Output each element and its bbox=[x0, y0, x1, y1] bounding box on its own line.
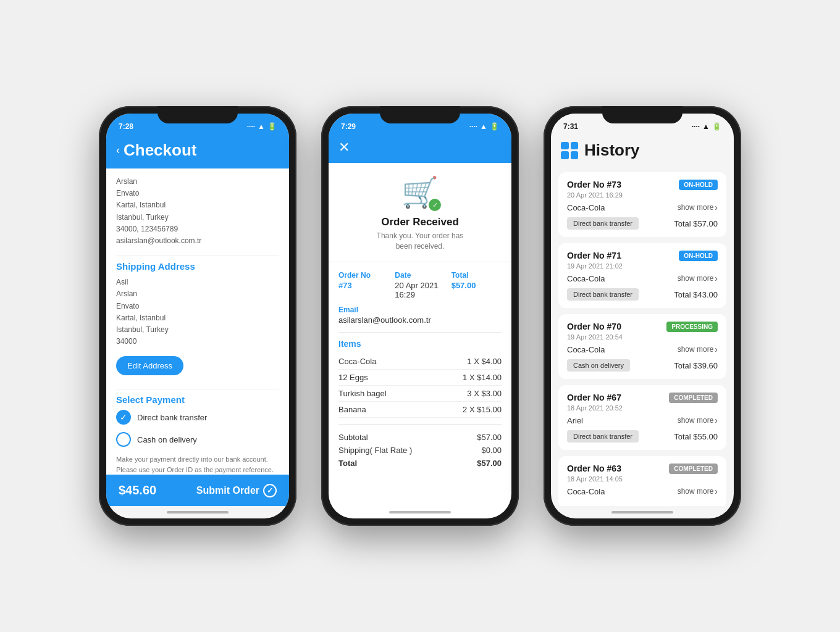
item-price-3: 3 X $3.00 bbox=[467, 389, 502, 398]
submit-order-button[interactable]: Submit Order ✓ bbox=[196, 484, 277, 497]
order-no-71: Order No #71 bbox=[567, 251, 621, 260]
order-payment-67: Direct bank transfer Total $55.00 bbox=[567, 430, 718, 443]
show-more-63[interactable]: show more bbox=[678, 486, 718, 496]
order-received-content: 🛒 ✓ Order Received Thank you. Your order… bbox=[329, 163, 511, 506]
order-item-row-70: Coca-Cola show more bbox=[567, 344, 718, 354]
show-more-67[interactable]: show more bbox=[678, 415, 718, 425]
total-col: Total $57.00 bbox=[452, 271, 502, 299]
payment-tag-70: Cash on delivery bbox=[567, 359, 630, 372]
checkout-content: Arslan Envato Kartal, Istanbul Istanbul,… bbox=[106, 168, 289, 475]
close-button[interactable]: ✕ bbox=[338, 141, 350, 154]
order-received-top: 🛒 ✓ Order Received Thank you. Your order… bbox=[329, 163, 511, 262]
shipping-row: Shipping( Flat Rate ) $0.00 bbox=[338, 444, 502, 457]
item-row-4: Banana 2 X $15.00 bbox=[338, 402, 502, 418]
order-card-73[interactable]: Order No #73 ON-HOLD 20 Apr 2021 16:29 C… bbox=[558, 172, 726, 237]
back-arrow-icon[interactable]: ‹ bbox=[116, 144, 120, 157]
status-badge-63: COMPLETED bbox=[669, 464, 718, 474]
history-title: History bbox=[584, 141, 640, 160]
order-date-63: 18 Apr 2021 14:05 bbox=[567, 475, 718, 483]
order-date-71: 19 Apr 2021 21:02 bbox=[567, 262, 718, 270]
item-name-4: Banana bbox=[338, 405, 366, 414]
order-card-67[interactable]: Order No #67 COMPLETED 18 Apr 2021 20:52… bbox=[558, 385, 726, 450]
order-payment-70: Cash on delivery Total $39.60 bbox=[567, 359, 718, 372]
item-price-4: 2 X $15.00 bbox=[463, 405, 502, 414]
billing-info: Arslan Envato Kartal, Istanbul Istanbul,… bbox=[116, 176, 279, 247]
status-time-1: 7:28 bbox=[119, 122, 133, 131]
order-no-67: Order No #67 bbox=[567, 393, 621, 402]
subtotal-label: Subtotal bbox=[338, 433, 368, 442]
phone-history: 7:31 ···· ▲ 🔋 History Order No #73 ON-H bbox=[544, 106, 741, 526]
date-value: 20 Apr 2021 16:29 bbox=[395, 281, 445, 299]
order-date-67: 18 Apr 2021 20:52 bbox=[567, 404, 718, 412]
check-badge: ✓ bbox=[429, 199, 441, 211]
order-card-63[interactable]: Order No #63 COMPLETED 18 Apr 2021 14:05… bbox=[558, 456, 726, 506]
grid-icon[interactable] bbox=[561, 142, 578, 159]
order-received-subtitle: Thank you. Your order hasbeen received. bbox=[338, 231, 502, 252]
status-badge-71: ON-HOLD bbox=[679, 251, 718, 261]
order-card-header-73: Order No #73 ON-HOLD bbox=[567, 180, 718, 190]
home-indicator-1 bbox=[106, 506, 289, 518]
checkout-header: ‹ Checkout bbox=[106, 136, 289, 168]
home-indicator-3 bbox=[551, 506, 734, 518]
order-item-row-71: Coca-Cola show more bbox=[567, 273, 718, 283]
total-label: Total bbox=[452, 271, 502, 280]
select-payment-title: Select Payment bbox=[116, 394, 279, 405]
order-no-label: Order No bbox=[338, 271, 388, 280]
phone-order-received: 7:29 ···· ▲ 🔋 ✕ 🛒 ✓ Order Received Thank… bbox=[321, 106, 519, 526]
show-more-70[interactable]: show more bbox=[678, 344, 718, 354]
edit-address-button[interactable]: Edit Address bbox=[116, 356, 183, 375]
total-value: $57.00 bbox=[452, 281, 502, 290]
subtotal-value: $57.00 bbox=[477, 433, 502, 442]
payment-tag-71: Direct bank transfer bbox=[567, 288, 639, 301]
status-icons-3: ···· ▲ 🔋 bbox=[692, 122, 721, 131]
notch bbox=[158, 106, 238, 123]
order-item-row-63: Coca-Cola show more bbox=[567, 486, 718, 496]
totals-section: Subtotal $57.00 Shipping( Flat Rate ) $0… bbox=[338, 431, 502, 470]
show-more-73[interactable]: show more bbox=[678, 202, 718, 212]
order-item-67: Ariel bbox=[567, 416, 583, 425]
order-no-73: Order No #73 bbox=[567, 180, 621, 189]
order-no-value: #73 bbox=[338, 281, 388, 290]
notch-3 bbox=[602, 106, 682, 123]
payment-option-cash[interactable]: Cash on delivery bbox=[116, 432, 279, 447]
order-item-63: Coca-Cola bbox=[567, 487, 605, 496]
grocery-container: 🛒 ✓ bbox=[401, 175, 439, 210]
history-content: Order No #73 ON-HOLD 20 Apr 2021 16:29 C… bbox=[551, 167, 734, 506]
payment-cash-label: Cash on delivery bbox=[137, 435, 197, 444]
order-item-row-73: Coca-Cola show more bbox=[567, 202, 718, 212]
show-more-71[interactable]: show more bbox=[678, 273, 718, 283]
status-icons-1: ···· ▲ 🔋 bbox=[247, 122, 277, 131]
order-total-71: Total $43.00 bbox=[674, 290, 718, 299]
payment-tag-67: Direct bank transfer bbox=[567, 430, 639, 443]
order-item-71: Coca-Cola bbox=[567, 274, 605, 283]
order-no-63: Order No #63 bbox=[567, 464, 621, 473]
items-section: Items Coca-Cola 1 X $4.00 12 Eggs 1 X $1… bbox=[338, 339, 502, 418]
order-card-header-71: Order No #71 ON-HOLD bbox=[567, 251, 718, 261]
payment-option-bank[interactable]: ✓ Direct bank transfer bbox=[116, 410, 279, 425]
items-label: Items bbox=[338, 339, 502, 349]
subtotal-row: Subtotal $57.00 bbox=[338, 431, 502, 444]
home-indicator-2 bbox=[329, 506, 511, 518]
payment-bank-label: Direct bank transfer bbox=[137, 413, 207, 422]
checkout-price: $45.60 bbox=[119, 483, 156, 497]
order-meta-row: Order No #73 Date 20 Apr 2021 16:29 Tota… bbox=[338, 271, 502, 299]
status-badge-67: COMPLETED bbox=[669, 393, 718, 403]
phone-checkout: 7:28 ···· ▲ 🔋 ‹ Checkout Arslan Envato K… bbox=[99, 106, 296, 526]
order-item-row-67: Ariel show more bbox=[567, 415, 718, 425]
item-price-1: 1 X $4.00 bbox=[467, 357, 502, 366]
shipping-address: Asil Arslan Envato Kartal, Istanbul Ista… bbox=[116, 276, 279, 347]
order-payment-73: Direct bank transfer Total $57.00 bbox=[567, 217, 718, 230]
order-total-67: Total $55.00 bbox=[674, 432, 718, 441]
divider-2 bbox=[116, 389, 279, 389]
grand-total-row: Total $57.00 bbox=[338, 457, 502, 470]
order-card-71[interactable]: Order No #71 ON-HOLD 19 Apr 2021 21:02 C… bbox=[558, 243, 726, 308]
history-header: History bbox=[551, 136, 734, 167]
payment-tag-73: Direct bank transfer bbox=[567, 217, 639, 230]
divider-3 bbox=[338, 332, 502, 333]
order-card-70[interactable]: Order No #70 PROCESSING 19 Apr 2021 20:5… bbox=[558, 314, 726, 379]
radio-checked-icon: ✓ bbox=[116, 410, 131, 425]
item-name-2: 12 Eggs bbox=[338, 373, 368, 382]
submit-order-label: Submit Order bbox=[196, 485, 259, 496]
order-date-73: 20 Apr 2021 16:29 bbox=[567, 191, 718, 199]
shipping-value: $0.00 bbox=[481, 446, 502, 455]
